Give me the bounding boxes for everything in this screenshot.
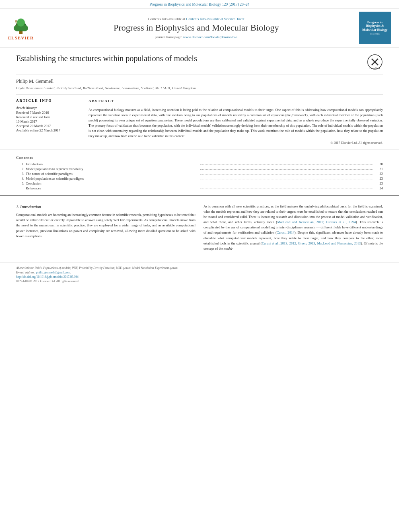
elsevier-text: ELSEVIER bbox=[8, 35, 34, 40]
email-link[interactable]: philip.gemmell@gmail.com bbox=[36, 271, 70, 274]
intro-para2: As is common with all new scientific pra… bbox=[204, 204, 383, 252]
abstract-title: ABSTRACT bbox=[88, 99, 383, 104]
crossmark-icon: CrossMark bbox=[367, 54, 383, 70]
sciencedirect-text[interactable]: Contents lists available at ScienceDirec… bbox=[186, 17, 245, 21]
ref-link-3[interactable]: Carusi et al., 2013, 2012; Green, 2013; … bbox=[262, 241, 361, 245]
svg-point-4 bbox=[17, 18, 25, 27]
footer-rights: 0079-6107/© 2017 Elsevier Ltd. All right… bbox=[16, 279, 383, 283]
col-right: As is common with all new scientific pra… bbox=[204, 204, 383, 255]
journal-title: Progress in Biophysics and Molecular Bio… bbox=[34, 23, 359, 33]
sciencedirect-link[interactable]: Contents lists available at Contents lis… bbox=[34, 16, 359, 21]
article-history-label: Article history: bbox=[16, 106, 80, 110]
received-date: Received 7 March 2016 bbox=[16, 111, 80, 115]
contents-title: Contents bbox=[16, 156, 383, 160]
article-info-abstract: ARTICLE INFO Article history: Received 7… bbox=[16, 94, 383, 146]
col-left: 1. Introduction Computational models are… bbox=[16, 204, 195, 255]
svg-text:CrossMark: CrossMark bbox=[370, 67, 380, 70]
ref-link-1[interactable]: MacLeod and Nersessian, 2013; Oreskes et… bbox=[277, 220, 356, 224]
footer-doi[interactable]: http://dx.doi.org/10.1016/j.pbiomolbio.2… bbox=[16, 275, 383, 279]
main-content: 1. Introduction Computational models are… bbox=[0, 195, 399, 263]
author-affiliation: Clyde Biosciences Limited, BioCity Scotl… bbox=[16, 86, 383, 90]
journal-thumbnail: Progress inBiophysics &Molecular Biology… bbox=[359, 12, 391, 44]
doi-link[interactable]: http://dx.doi.org/10.1016/j.pbiomolbio.2… bbox=[16, 275, 78, 279]
journal-header: ELSEVIER Contents lists available at Con… bbox=[0, 8, 399, 47]
footer-email: E-mail address: philip.gemmell@gmail.com… bbox=[16, 271, 383, 274]
svg-point-5 bbox=[15, 20, 17, 23]
revised-date: 10 March 2017 bbox=[16, 119, 80, 123]
elsevier-tree-icon bbox=[9, 15, 33, 35]
abstract-text: As computational biology matures as a fi… bbox=[88, 107, 383, 139]
journal-center: Contents lists available at Contents lis… bbox=[34, 16, 359, 39]
footer-abbreviations: Abbreviations: PoMs, Populations of mode… bbox=[16, 266, 383, 270]
page-footer: Abbreviations: PoMs, Populations of mode… bbox=[0, 263, 399, 286]
contents-section: Contents 1. Introduction 20 2. Model pop… bbox=[0, 150, 399, 195]
article-info-title: ARTICLE INFO bbox=[16, 99, 80, 103]
ref-link-2[interactable]: Carusi, 2014 bbox=[277, 230, 294, 234]
available-online: Available online 22 March 2017 bbox=[16, 128, 80, 132]
abstract-col: ABSTRACT As computational biology mature… bbox=[88, 99, 383, 146]
article-title: Establishing the structures within popul… bbox=[16, 54, 363, 63]
thumb-publisher: ELSEVIER bbox=[370, 33, 380, 35]
contents-list: 1. Introduction 20 2. Model populations … bbox=[16, 162, 383, 190]
homepage-link[interactable]: www.elsevier.com/locate/pbiomolbio bbox=[183, 35, 237, 39]
accepted-date: Accepted 20 March 2017 bbox=[16, 124, 80, 128]
elsevier-logo: ELSEVIER bbox=[8, 15, 34, 40]
intro-para1: Computational models are becoming an inc… bbox=[16, 212, 195, 239]
citation-bar: Progress in Biophysics and Molecular Bio… bbox=[0, 0, 399, 8]
received-revised-label: Received in revised form bbox=[16, 115, 80, 119]
thumb-title: Progress inBiophysics &Molecular Biology bbox=[362, 21, 388, 32]
copyright-line: © 2017 Elsevier Ltd. All rights reserved… bbox=[88, 141, 383, 146]
article-section: Establishing the structures within popul… bbox=[0, 47, 399, 146]
article-title-row: Establishing the structures within popul… bbox=[16, 54, 383, 74]
list-item: References 24 bbox=[16, 186, 383, 190]
journal-homepage: journal homepage: www.elsevier.com/locat… bbox=[34, 35, 359, 39]
intro-heading: 1. Introduction bbox=[16, 204, 195, 210]
article-info: ARTICLE INFO Article history: Received 7… bbox=[16, 99, 80, 146]
author-name: Philip M. Gemmell bbox=[16, 78, 383, 84]
citation-text: Progress in Biophysics and Molecular Bio… bbox=[150, 2, 249, 6]
